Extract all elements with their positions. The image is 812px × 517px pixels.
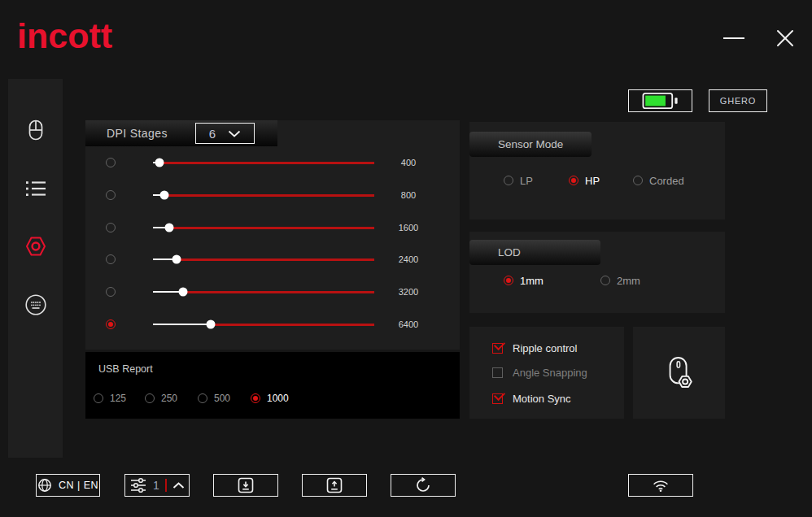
- dpi-slider[interactable]: [153, 258, 374, 261]
- sidebar-item-key-settings[interactable]: [8, 174, 63, 203]
- dpi-stage-radio[interactable]: [106, 287, 116, 297]
- usb-rate-label: 125: [110, 393, 126, 404]
- usb-report-title: USB Report: [98, 363, 153, 375]
- sidebar-item-sensor-settings[interactable]: [8, 232, 63, 261]
- sensor-mode-option[interactable]: Corded: [633, 174, 684, 187]
- wireless-button[interactable]: [628, 474, 693, 497]
- dpi-value: 2400: [388, 254, 429, 264]
- device-button[interactable]: GHERO: [709, 89, 767, 112]
- dpi-slider[interactable]: [153, 291, 374, 293]
- lod-radio[interactable]: [504, 276, 513, 285]
- usb-rate-option[interactable]: 1000: [251, 392, 289, 405]
- language-label: CN | EN: [59, 480, 98, 491]
- dpi-title: DPI Stages: [107, 127, 168, 140]
- dpi-stage-row: 800: [85, 189, 460, 202]
- profile-cursor: [165, 479, 167, 492]
- sidebar-item-mouse-buttons[interactable]: [8, 115, 63, 145]
- dpi-stage-row: 6400: [85, 318, 460, 331]
- usb-rate-radio[interactable]: [198, 393, 207, 403]
- usb-rate-radio[interactable]: [251, 393, 260, 403]
- dpi-stage-radio[interactable]: [106, 190, 116, 200]
- sensor-mode-radio[interactable]: [633, 176, 643, 185]
- usb-rate-option[interactable]: 500: [198, 392, 230, 405]
- ripple-control-toggle[interactable]: Ripple control: [492, 341, 578, 354]
- dpi-stage-row: 400: [85, 156, 460, 169]
- download-config-button[interactable]: [213, 474, 278, 497]
- lod-option[interactable]: 2mm: [600, 274, 640, 287]
- slider-thumb[interactable]: [206, 320, 215, 329]
- sensor-mode-option[interactable]: HP: [569, 174, 600, 187]
- checkbox-icon[interactable]: [492, 393, 503, 404]
- language-toggle-button[interactable]: CN | EN: [36, 474, 100, 497]
- dpi-stage-count-dropdown[interactable]: 6: [195, 123, 255, 144]
- usb-rate-label: 500: [214, 393, 230, 404]
- upload-icon: [325, 476, 344, 495]
- usb-rate-radio[interactable]: [145, 393, 155, 403]
- keyboard-circle-icon: [24, 293, 48, 317]
- usb-report-panel: USB Report 125 250 500 1000: [85, 352, 460, 419]
- dpi-slider[interactable]: [153, 194, 374, 197]
- minimize-icon: [723, 37, 744, 39]
- dpi-slider[interactable]: [153, 162, 374, 164]
- sliders-icon: [129, 477, 147, 493]
- usb-rate-label: 250: [161, 393, 177, 404]
- sensor-mode-label: HP: [585, 175, 600, 187]
- slider-thumb[interactable]: [159, 191, 168, 200]
- close-icon: [775, 28, 796, 49]
- upload-config-button[interactable]: [302, 474, 367, 497]
- dpi-value: 800: [388, 190, 429, 200]
- dpi-stage-row: 2400: [85, 253, 460, 266]
- wifi-icon: [652, 479, 670, 493]
- lod-option[interactable]: 1mm: [504, 274, 544, 287]
- profile-number: 1: [153, 479, 159, 492]
- dpi-slider[interactable]: [153, 324, 374, 326]
- sensor-mode-option[interactable]: LP: [504, 174, 533, 187]
- slider-thumb[interactable]: [172, 255, 181, 264]
- toggle-label: Ripple control: [513, 342, 578, 354]
- refresh-icon: [414, 476, 432, 494]
- slider-thumb[interactable]: [178, 288, 187, 297]
- profile-selector-button[interactable]: 1: [124, 474, 190, 497]
- lod-panel: LOD 1mm 2mm: [469, 232, 725, 313]
- download-icon: [236, 476, 255, 495]
- dpi-stage-radio[interactable]: [106, 158, 116, 167]
- dpi-stage-radio[interactable]: [106, 223, 116, 232]
- minimize-button[interactable]: [721, 29, 747, 47]
- lod-label: 2mm: [617, 275, 640, 287]
- dpi-value: 1600: [388, 223, 429, 232]
- sensor-mode-radio[interactable]: [504, 176, 513, 185]
- dpi-header: DPI Stages 6: [85, 120, 277, 146]
- list-icon: [25, 180, 46, 198]
- usb-rate-radio[interactable]: [94, 393, 103, 403]
- sidebar: [8, 79, 63, 458]
- lod-radio[interactable]: [600, 276, 610, 285]
- lod-title: LOD: [498, 246, 521, 258]
- slider-thumb[interactable]: [155, 159, 164, 167]
- dpi-stage-radio[interactable]: [106, 254, 116, 264]
- mouse-settings-tile[interactable]: [633, 327, 725, 419]
- battery-icon: [642, 92, 679, 110]
- usb-rate-option[interactable]: 125: [94, 392, 126, 405]
- lod-label: 1mm: [520, 275, 544, 287]
- dpi-slider[interactable]: [153, 227, 374, 229]
- angle-snapping-toggle[interactable]: Angle Snapping: [492, 366, 587, 379]
- checkbox-icon[interactable]: [492, 343, 503, 354]
- sensor-mode-panel: Sensor Mode LP HP Corded: [469, 122, 725, 219]
- sensor-mode-radio[interactable]: [569, 176, 578, 185]
- sensor-mode-title: Sensor Mode: [498, 138, 563, 150]
- checkbox-icon[interactable]: [492, 367, 503, 378]
- battery-indicator: [628, 89, 692, 112]
- sidebar-item-macro-settings[interactable]: [8, 290, 63, 319]
- close-button[interactable]: [772, 27, 798, 50]
- dpi-stage-radio[interactable]: [106, 319, 116, 329]
- usb-rate-option[interactable]: 250: [145, 392, 177, 405]
- slider-thumb[interactable]: [165, 224, 174, 232]
- dpi-value: 6400: [388, 319, 429, 329]
- dpi-stage-row: 1600: [85, 221, 460, 234]
- chevron-up-icon: [172, 482, 185, 489]
- motion-sync-toggle[interactable]: Motion Sync: [492, 392, 571, 405]
- sync-button[interactable]: [391, 474, 456, 497]
- dpi-stage-row: 3200: [85, 285, 460, 298]
- sensor-mode-label: Corded: [649, 175, 684, 187]
- dpi-panel: DPI Stages 6 400 800 1600 24: [85, 120, 460, 350]
